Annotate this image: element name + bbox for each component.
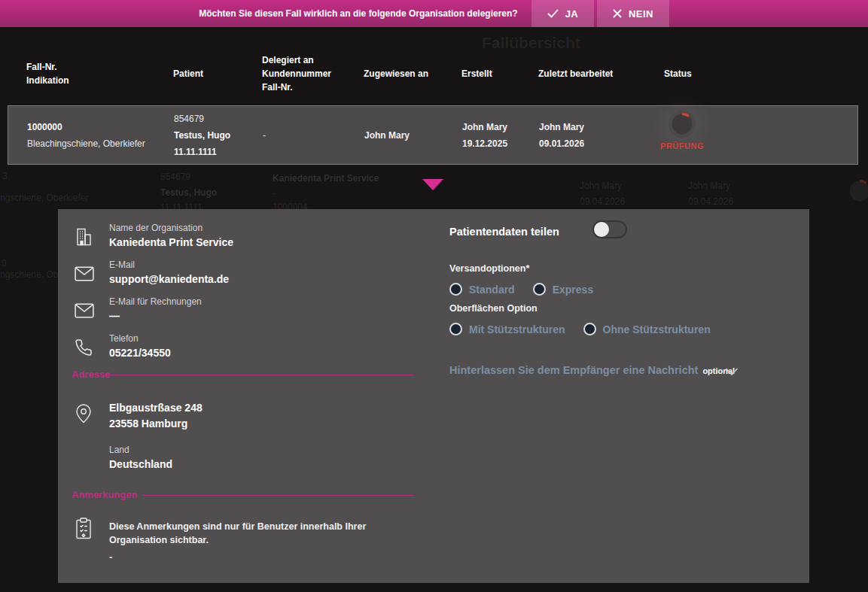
radio-mit-label: Mit Stützstrukturen	[469, 323, 565, 335]
shipping-options-group: Standard Express	[449, 283, 593, 296]
cell-fall-nr: 1000000 Bleachingschiene, Oberkiefer	[27, 119, 174, 152]
cell-erstellt: John Mary 19.12.2025	[462, 119, 539, 152]
share-patient-data-label: Patientendaten teilen	[449, 226, 559, 238]
dim-row2-fragment: 0	[2, 258, 7, 269]
org-field: Name der Organisation Kaniedenta Print S…	[109, 223, 233, 248]
mail-icon	[75, 266, 94, 281]
header-fall-nr-indikation: Fall-Nr. Indikation	[26, 60, 173, 87]
email-field: E-Mail support@kaniedenta.de	[109, 260, 229, 285]
cell-zugewiesen: John Mary	[364, 127, 462, 144]
message-label: Hinterlassen Sie dem Empfänger eine Nach…	[449, 364, 698, 376]
close-icon	[613, 9, 622, 18]
dim-patient-name: Testus, Hugo	[160, 187, 217, 198]
dim-row-fragment: 3	[2, 171, 8, 181]
dim-delegated-org: Kaniedenta Print Service	[273, 173, 379, 184]
radio-standard-circle[interactable]	[449, 283, 462, 296]
dim-row-indikation: ngschiene, Oberkiefer	[0, 193, 88, 203]
confirm-yes-button[interactable]: JA	[531, 0, 594, 27]
phone-field: Telefon 05221/34550	[109, 333, 171, 359]
notes-info: Diese Anmerkungen sind nur für Benutzer …	[109, 520, 418, 547]
address-field: Elbgaustrßase 248 23558 Hamburg	[109, 400, 203, 432]
address-line2: 23558 Hamburg	[109, 416, 203, 432]
radio-express[interactable]: Express	[533, 283, 593, 296]
org-label: Name der Organisation	[109, 223, 233, 233]
dim-status-icon	[846, 178, 868, 208]
phone-label: Telefon	[109, 333, 171, 344]
notes-value: -	[109, 551, 418, 563]
notes-field: Diese Anmerkungen sind nur für Benutzer …	[109, 520, 418, 563]
invoice-email-label: E-Mail für Rechnungen	[109, 296, 202, 307]
surface-option-label: Oberflächen Option	[449, 303, 538, 314]
radio-ohne-circle[interactable]	[583, 323, 596, 335]
email-label: E-Mail	[109, 260, 229, 270]
delegation-confirm-banner: Möchten Sie diesen Fall wirklich an die …	[0, 0, 868, 27]
chevron-down-icon[interactable]	[725, 367, 739, 376]
confirm-no-button[interactable]: NEIN	[597, 0, 669, 27]
address-line1: Elbgaustrßase 248	[109, 400, 203, 416]
radio-mit-circle[interactable]	[449, 323, 462, 335]
row-expand-indicator-icon	[422, 179, 443, 190]
country-value: Deutschland	[109, 458, 172, 470]
dim-bearbeitet-name: John Mary	[688, 181, 730, 191]
radio-express-circle[interactable]	[533, 283, 546, 296]
confirm-yes-label: JA	[565, 8, 578, 20]
cell-patient: 854679 Testus, Hugo 11.11.1111	[174, 111, 263, 160]
header-zuletzt-bearbeitet: Zuletzt bearbeitet	[538, 67, 664, 80]
radio-standard[interactable]: Standard	[449, 283, 515, 296]
radio-ohne-label: Ohne Stützstrukturen	[603, 323, 711, 335]
country-label: Land	[109, 445, 172, 455]
radio-express-label: Express	[553, 284, 593, 296]
email-value: support@kaniedenta.de	[109, 273, 229, 285]
clipboard-icon	[75, 518, 94, 540]
radio-standard-label: Standard	[469, 284, 515, 296]
banner-message: Möchten Sie diesen Fall wirklich an die …	[199, 8, 517, 19]
shipping-options-label: Versandoptionen*	[449, 263, 529, 274]
header-erstellt: Erstellt	[461, 67, 538, 80]
address-section-divider	[109, 375, 414, 375]
radio-mit-stuetzstrukturen[interactable]: Mit Stützstrukturen	[449, 323, 565, 335]
case-table-header: Fall-Nr. Indikation Patient Delegiert an…	[0, 42, 868, 105]
dim-erstellt-name: John Mary	[580, 181, 622, 191]
dim-bearbeitet-date: 09.04.2026	[688, 196, 733, 207]
surface-option-group: Mit Stützstrukturen Ohne Stützstrukturen	[449, 323, 711, 335]
phone-icon	[75, 339, 94, 357]
invoice-email-field: E-Mail für Rechnungen —	[109, 296, 202, 322]
check-icon	[547, 9, 559, 18]
cell-delegiert: -	[263, 127, 364, 144]
delegation-detail-panel: Name der Organisation Kaniedenta Print S…	[58, 209, 809, 583]
table-row-selected-case[interactable]: 1000000 Bleachingschiene, Oberkiefer 854…	[8, 105, 858, 165]
confirm-no-label: NEIN	[629, 8, 653, 20]
cell-bearbeitet: John Mary 09.01.2026	[539, 119, 665, 152]
dim-patient-nr: 854679	[160, 172, 190, 182]
header-status: Status	[664, 67, 868, 80]
dim-erstellt-date: 09.04.2026	[580, 196, 625, 207]
header-zugewiesen-an: Zugewiesen an	[364, 67, 461, 80]
mail-invoice-icon	[75, 303, 94, 318]
notes-section-title: Anmerkungen	[72, 489, 137, 500]
phone-value: 05221/34550	[109, 347, 171, 359]
dim-row2-indikation: ngschiene, Obe	[0, 269, 63, 280]
address-section-title: Adresse	[72, 369, 110, 380]
status-badge: PRÜFUNG	[660, 141, 704, 150]
share-patient-data-toggle[interactable]	[592, 220, 627, 238]
status-progress-icon	[669, 111, 696, 138]
toggle-knob	[594, 222, 609, 237]
radio-ohne-stuetzstrukturen[interactable]: Ohne Stützstrukturen	[583, 323, 711, 335]
header-patient: Patient	[173, 67, 262, 80]
status-indicator: PRÜFUNG	[650, 111, 714, 150]
map-pin-icon	[75, 403, 94, 424]
org-value: Kaniedenta Print Service	[109, 236, 233, 248]
header-delegiert-an: Delegiert an Kundennummer Fall-Nr.	[262, 53, 364, 94]
message-expander[interactable]: Hinterlassen Sie dem Empfänger eine Nach…	[449, 364, 735, 376]
invoice-email-value: —	[109, 310, 202, 322]
notes-section-divider	[142, 495, 414, 496]
dim-delegated-dash: -	[273, 188, 276, 199]
building-icon	[75, 227, 94, 247]
country-field: Land Deutschland	[109, 445, 172, 470]
